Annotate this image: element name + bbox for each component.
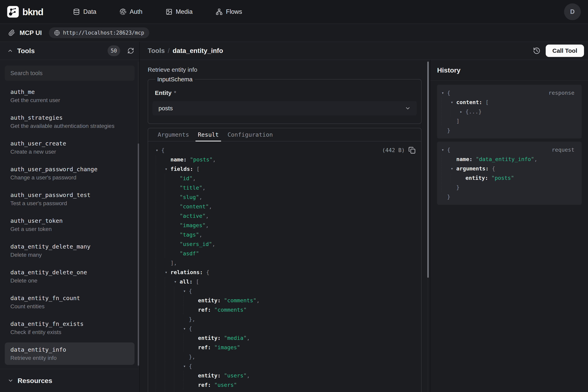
collapse-toggle-icon[interactable]: ▾	[441, 90, 447, 95]
nav-item-flows[interactable]: Flows	[216, 8, 242, 16]
indent-guide	[165, 371, 174, 380]
json-line: }	[156, 390, 416, 392]
tab-result[interactable]: Result	[198, 128, 219, 141]
fingerprint-icon	[120, 8, 126, 15]
entity-select[interactable]: posts	[153, 101, 417, 116]
collapse-toggle-icon[interactable]: ▾	[451, 100, 456, 105]
tool-description: Check if entity exists	[10, 328, 133, 336]
collapse-toggle-icon[interactable]: ▾	[165, 167, 171, 172]
indent-guide	[156, 239, 165, 249]
tool-name: data_entity_fn_count	[10, 294, 133, 302]
json-line: "asdf"	[156, 249, 416, 258]
search-input[interactable]: Search tools	[5, 66, 135, 81]
indent-guide	[156, 380, 165, 390]
expand-toggle-icon[interactable]: ▸	[460, 109, 465, 114]
copy-icon[interactable]	[408, 146, 415, 154]
tool-name: data_entity_delete_one	[10, 268, 133, 277]
database-icon	[73, 8, 80, 15]
json-line: ▾content: [	[441, 98, 575, 107]
collapse-toggle-icon[interactable]: ▾	[451, 166, 456, 171]
brand[interactable]: bknd	[7, 6, 43, 18]
tool-list-item[interactable]: data_entity_delete_oneDelete one	[5, 265, 135, 288]
collapse-toggle-icon[interactable]: ▾	[156, 148, 161, 153]
mcp-url: http://localhost:28623/mcp	[63, 30, 144, 36]
history-entry-card[interactable]: response▾{▾content: [▸{...}]}	[437, 85, 582, 138]
resources-panel-header[interactable]: Resources	[0, 369, 139, 392]
tool-list-item[interactable]: data_entity_delete_manyDelete many	[5, 239, 135, 262]
indent-guide	[174, 305, 183, 314]
nav-item-label: Media	[176, 8, 193, 16]
refresh-icon[interactable]	[127, 47, 134, 54]
tool-list-item[interactable]: auth_user_tokenGet a user token	[5, 214, 135, 236]
indent-guide	[156, 296, 165, 305]
breadcrumb: Tools / data_entity_info	[148, 47, 223, 54]
tool-name: auth_me	[10, 88, 133, 96]
main-scrollbar-thumb[interactable]	[427, 62, 429, 278]
chevron-down-icon[interactable]	[7, 378, 13, 384]
tool-name: data_entity_delete_many	[10, 242, 133, 251]
json-line: ▾{	[156, 286, 416, 296]
collapse-toggle-icon[interactable]: ▾	[165, 270, 171, 275]
indent-guide	[156, 352, 165, 362]
tool-list-item[interactable]: data_entity_fn_existsCheck if entity exi…	[5, 317, 135, 339]
indent-guide	[165, 296, 174, 305]
tool-name: auth_user_password_test	[10, 190, 133, 200]
indent-guide	[174, 390, 183, 392]
history-entry-card[interactable]: request▾{name: "data_entity_info",▾argum…	[437, 142, 582, 205]
json-line: ref: "images"	[156, 343, 416, 352]
tools-panel-header[interactable]: Tools 50	[0, 42, 139, 60]
sidebar-scrollbar-thumb[interactable]	[138, 144, 139, 366]
tool-list-item[interactable]: auth_meGet the current user	[5, 85, 135, 107]
nav-item-auth[interactable]: Auth	[120, 8, 143, 16]
collapse-toggle-icon[interactable]: ▾	[183, 326, 189, 331]
indent-guide	[165, 305, 174, 314]
indent-guide	[165, 390, 174, 392]
input-schema-fieldset: InputSchema Entity* posts	[148, 76, 421, 124]
tool-list-item[interactable]: auth_user_password_changeChange a user's…	[5, 162, 135, 184]
entity-field-label: Entity*	[155, 90, 417, 96]
tab-arguments[interactable]: Arguments	[158, 128, 189, 141]
indent-guide	[156, 362, 165, 371]
indent-guide	[156, 211, 165, 220]
entity-select-value: posts	[159, 105, 173, 112]
indent-guide	[451, 107, 460, 116]
tool-description: Create a new user	[10, 148, 133, 156]
tool-list-item[interactable]: data_entity_infoRetrieve entity info	[5, 342, 135, 365]
tool-name: auth_user_create	[10, 139, 133, 148]
history-icon[interactable]	[533, 47, 541, 54]
json-line: ]	[441, 116, 575, 126]
nav-item-media[interactable]: Media	[166, 8, 193, 16]
indent-guide	[156, 333, 165, 343]
indent-guide	[165, 211, 174, 220]
tool-list-item[interactable]: auth_user_password_testTest a user's pas…	[5, 188, 135, 210]
tool-list-item[interactable]: auth_strategiesGet the available authent…	[5, 110, 135, 133]
tool-list-item[interactable]: auth_user_createCreate a new user	[5, 136, 135, 159]
json-line: "slug",	[156, 192, 416, 202]
collapse-toggle-icon[interactable]: ▾	[441, 148, 447, 152]
indent-guide	[156, 324, 165, 333]
breadcrumb-section[interactable]: Tools	[148, 47, 165, 54]
indent-guide	[165, 220, 174, 230]
nav-item-label: Flows	[226, 8, 242, 16]
tool-list-item[interactable]: data_entity_fn_countCount entities	[5, 291, 135, 313]
json-line: ref: "comments"	[156, 305, 416, 314]
call-tool-button[interactable]: Call Tool	[546, 44, 584, 57]
json-line: },	[156, 352, 416, 362]
indent-guide	[174, 314, 183, 324]
json-line: "active",	[156, 211, 416, 220]
chevron-up-icon[interactable]	[7, 48, 13, 54]
json-line: }	[441, 126, 575, 135]
collapse-toggle-icon[interactable]: ▾	[174, 279, 180, 284]
indent-guide	[165, 362, 174, 371]
nav-item-data[interactable]: Data	[73, 8, 96, 16]
indent-guide	[174, 296, 183, 305]
sidebar: Tools 50 Search tools auth_meGet the cur…	[0, 42, 140, 392]
mcp-url-pill[interactable]: http://localhost:28623/mcp	[49, 27, 149, 38]
indent-guide	[156, 258, 165, 268]
user-avatar[interactable]: D	[564, 4, 581, 20]
collapse-toggle-icon[interactable]: ▾	[183, 289, 189, 294]
result-meta: (442 B)	[382, 146, 415, 155]
collapse-toggle-icon[interactable]: ▾	[183, 364, 189, 368]
indent-guide	[183, 296, 193, 305]
tab-configuration[interactable]: Configuration	[227, 128, 273, 141]
